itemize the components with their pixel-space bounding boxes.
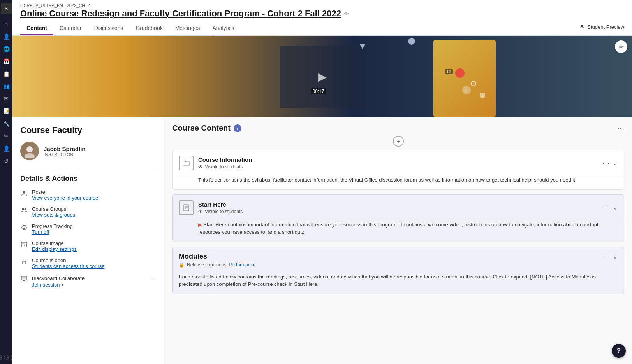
modules-release-link[interactable]: Performance	[229, 262, 255, 268]
pencil-icon: ✏	[619, 43, 624, 51]
course-info-description: This folder contains the syllabus, facil…	[173, 176, 624, 189]
start-here-more-button[interactable]: ⋯	[602, 203, 609, 212]
svg-rect-11	[23, 280, 25, 281]
svg-point-3	[22, 208, 24, 210]
course-info-visibility: 👁 Visible to students	[198, 164, 598, 170]
detail-roster-content: Roster View everyone in your course	[32, 189, 98, 201]
blackboard-icon	[20, 275, 28, 282]
close-panel-button[interactable]: ✕	[1, 3, 12, 14]
main-area: OCRFCP_ULTRA_FALL2022_CHT2 Online Course…	[12, 0, 632, 364]
tab-calendar[interactable]: Calendar	[53, 22, 88, 35]
detail-course-image: Course Image Edit display settings	[20, 240, 156, 252]
modules-card: Modules 🔒 Release conditions Performance…	[172, 247, 624, 294]
modules-description: Each module listed below contains the re…	[173, 273, 624, 294]
image-link[interactable]: Edit display settings	[32, 246, 77, 252]
lock-open-icon	[20, 258, 28, 266]
course-content-title: Course Content	[172, 124, 231, 133]
modules-release-label: Release conditions	[187, 262, 226, 268]
open-link[interactable]: Students can access this course	[32, 263, 104, 269]
svg-point-0	[26, 146, 33, 152]
nav-tabs: Content Calendar Discussions Gradebook M…	[20, 22, 624, 35]
svg-point-5	[22, 225, 26, 230]
student-preview-label: Student Preview	[587, 24, 624, 30]
start-here-chevron-icon[interactable]: ⌄	[613, 204, 618, 211]
progress-link[interactable]: Turn off	[32, 229, 73, 235]
tab-gradebook[interactable]: Gradebook	[129, 22, 169, 35]
svg-point-2	[23, 191, 25, 193]
start-here-icon	[179, 200, 194, 215]
clipboard-icon[interactable]: 📋	[1, 68, 12, 79]
detail-groups-content: Course Groups View sets & groups	[32, 206, 75, 218]
detail-progress-tracking: Progress Tracking Turn off	[20, 223, 156, 235]
edit-sidebar-icon[interactable]: ✏	[1, 131, 12, 142]
detail-progress-content: Progress Tracking Turn off	[32, 223, 73, 235]
course-info-actions: ⋯ ⌄	[602, 159, 618, 167]
start-here-content: Start Here 👁 Visible to students	[198, 201, 598, 214]
modules-title: Modules	[179, 252, 602, 261]
tab-content[interactable]: Content	[20, 22, 53, 35]
back-icon[interactable]: ↺	[1, 156, 12, 166]
roster-link[interactable]: View everyone in your course	[32, 195, 98, 201]
groups-link[interactable]: View sets & groups	[32, 212, 75, 218]
course-title[interactable]: Online Course Redesign and Faculty Certi…	[20, 9, 341, 19]
start-here-card: Start Here 👁 Visible to students ⋯ ⌄ ▶St…	[172, 194, 624, 242]
visibility-eye-icon: 👁	[198, 164, 203, 170]
blackboard-label: Blackboard Collaborate	[32, 275, 85, 281]
banner-edit-button[interactable]: ✏	[615, 40, 627, 53]
people-icon[interactable]: 👥	[1, 81, 12, 92]
blackboard-chevron-icon[interactable]: ▾	[62, 282, 64, 287]
progress-icon	[20, 224, 28, 231]
open-label: Course is open	[32, 257, 104, 263]
user-settings-icon[interactable]: 👤	[1, 143, 12, 154]
home-icon[interactable]: ⌂	[1, 19, 12, 30]
notes-icon[interactable]: 📝	[1, 106, 12, 117]
blackboard-title-row: Blackboard Collaborate ⋯	[32, 275, 156, 282]
modules-chevron-icon[interactable]: ⌄	[613, 253, 618, 260]
tab-discussions[interactable]: Discussions	[88, 22, 130, 35]
start-here-visibility-text: Visible to students	[205, 209, 243, 214]
user-icon[interactable]: 👤	[1, 31, 12, 42]
course-information-card: Course Information 👁 Visible to students…	[172, 150, 624, 190]
left-sidebar: ✕ ⌂ 👤 🌐 📅 📋 👥 ✉ 📝 🔧 ✏ 👤 ↺ PrivacyTerms	[0, 0, 12, 364]
start-here-description: ▶Start Here contains important informati…	[173, 221, 624, 242]
modules-more-button[interactable]: ⋯	[602, 252, 609, 261]
left-panel: Course Faculty Jacob Spradlin INSTRUCTOR…	[12, 117, 164, 364]
blackboard-join-link[interactable]: Join session	[32, 282, 60, 288]
image-icon	[20, 241, 28, 248]
tab-messages[interactable]: Messages	[169, 22, 206, 35]
course-info-name: Course Information	[198, 156, 598, 163]
blackboard-content: Blackboard Collaborate ⋯ Join session ▾	[32, 275, 156, 288]
detail-blackboard: Blackboard Collaborate ⋯ Join session ▾	[20, 275, 156, 288]
details-section-title: Details & Actions	[20, 175, 156, 183]
blackboard-more-button[interactable]: ⋯	[150, 275, 156, 282]
globe-icon[interactable]: 🌐	[1, 44, 12, 54]
help-button[interactable]: ?	[612, 344, 626, 358]
messages-sidebar-icon[interactable]: ✉	[1, 93, 12, 104]
modules-release-row: 🔒 Release conditions Performance	[179, 262, 602, 268]
start-here-actions: ⋯ ⌄	[602, 203, 618, 212]
content-body: Course Faculty Jacob Spradlin INSTRUCTOR…	[12, 117, 632, 364]
tab-analytics[interactable]: Analytics	[206, 22, 241, 35]
course-info-more-button[interactable]: ⋯	[602, 159, 609, 167]
course-id: OCRFCP_ULTRA_FALL2022_CHT2	[20, 3, 624, 8]
banner-overlay: ▶ 00:17 1X	[12, 36, 632, 117]
groups-icon	[20, 206, 28, 214]
svg-point-1	[25, 153, 35, 158]
detail-open-content: Course is open Students can access this …	[32, 257, 104, 269]
roster-label: Roster	[32, 189, 98, 195]
course-info-chevron-icon[interactable]: ⌄	[613, 159, 618, 167]
tools-icon[interactable]: 🔧	[1, 118, 12, 129]
course-content-info-icon[interactable]: i	[234, 124, 241, 132]
detail-image-content: Course Image Edit display settings	[32, 240, 77, 252]
add-content-button[interactable]: ＋	[393, 136, 404, 147]
progress-label: Progress Tracking	[32, 223, 73, 229]
course-info-header: Course Information 👁 Visible to students…	[173, 150, 624, 176]
roster-icon	[20, 189, 28, 197]
start-here-visibility: 👁 Visible to students	[198, 209, 598, 214]
edit-title-pencil-icon[interactable]: ✏	[344, 10, 349, 17]
calendar-sidebar-icon[interactable]: 📅	[1, 56, 12, 67]
start-here-vis-icon: 👁	[198, 209, 203, 214]
student-preview-button[interactable]: 👁 Student Preview	[580, 24, 624, 33]
detail-course-open: Course is open Students can access this …	[20, 257, 156, 269]
course-content-more-button[interactable]: ⋯	[617, 124, 624, 133]
